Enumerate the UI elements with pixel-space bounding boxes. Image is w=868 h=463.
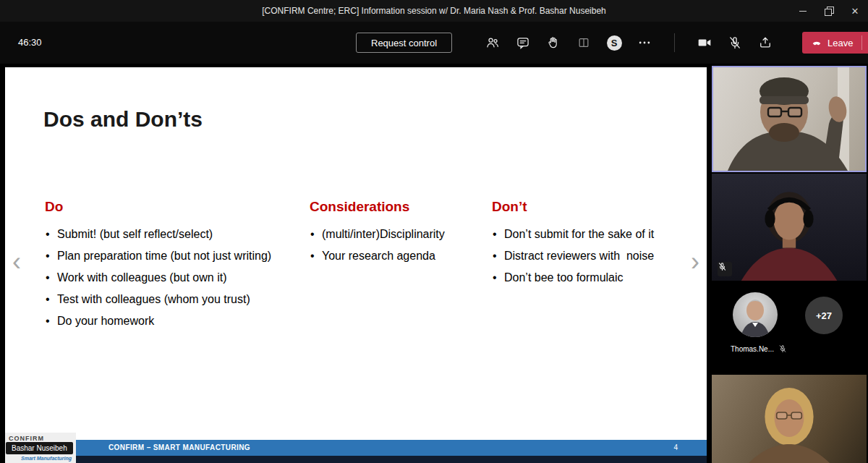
leave-label: Leave [827,38,853,48]
skype-app-icon: S [607,35,622,51]
video-tile-1[interactable] [712,66,867,172]
toolbar-icons: S [485,22,868,64]
column-considerations: Considerations (multi/inter)Disciplinari… [310,199,492,332]
participant-name-row: Thomas.Ne... [712,344,806,353]
camera-button[interactable] [697,35,712,51]
minimize-icon [799,11,807,12]
meeting-toolbar: 46:30 Request control [0,22,868,64]
chevron-right-icon: › [691,247,699,276]
bullet-list: Submit! (but self reflect/select)Plan pr… [45,224,310,332]
person-silhouette-headphones [712,174,867,281]
reactions-button[interactable] [545,35,561,51]
more-options-icon [637,35,652,50]
rooms-button[interactable] [576,35,592,51]
titlebar: [CONFIRM Centre; ERC] Information sessio… [0,0,868,22]
participants-sidebar: +27 Thomas.Ne... [710,65,868,463]
presenter-name-tag: Bashar Nuseibeh [6,442,73,454]
restore-icon [825,7,833,15]
mic-off-icon [728,35,742,50]
bullet-list: Don’t submit for the sake of itDistract … [492,224,685,289]
mic-off-icon [718,262,727,271]
bullet-item: Work with colleagues (but own it) [45,267,310,289]
column-heading: Don’t [492,199,685,215]
logo-title: CONFIRM [9,435,72,442]
raised-hand-icon [546,35,561,50]
close-icon: ✕ [851,6,859,17]
bullet-item: Submit! (but self reflect/select) [45,224,310,245]
overflow-count-badge[interactable]: +27 [805,297,843,334]
teams-meeting-window: [CONFIRM Centre; ERC] Information sessio… [0,0,868,463]
meeting-timer: 46:30 [18,22,42,64]
participants-icon [485,35,500,50]
bullet-item: (multi/inter)Disciplinarity [310,224,492,245]
video-tile-2[interactable] [712,174,867,281]
chat-button[interactable] [515,35,531,51]
slide-footer-bar: CONFIRM – SMART MANUFACTURING 4 [5,440,707,456]
logo-subtitle: Smart Manufacturing [21,456,72,461]
avatar-photo [733,292,778,337]
restore-button[interactable] [816,0,842,22]
prev-slide-button[interactable]: ‹ [9,248,24,277]
request-control-label: Request control [371,38,437,48]
mic-muted-badge [718,262,732,276]
share-button[interactable] [757,35,773,51]
participant-avatar[interactable] [733,292,778,337]
avatar-tile: +27 Thomas.Ne... [712,282,867,373]
column-do: Do Submit! (but self reflect/select)Plan… [45,199,310,332]
leave-main[interactable]: Leave [802,32,861,54]
participant-name: Thomas.Ne... [731,345,774,353]
footer-text: CONFIRM – SMART MANUFACTURING [109,440,250,456]
close-button[interactable]: ✕ [842,0,868,22]
participants-button[interactable] [485,35,501,51]
share-icon [758,35,773,50]
bullet-list: (multi/inter)DisciplinarityYour research… [310,224,492,267]
window-controls: ✕ [790,0,868,22]
bullet-item: Plan preparation time (but not just writ… [45,245,310,267]
slide-title: Dos and Don’ts [43,107,203,132]
slide-columns: Do Submit! (but self reflect/select)Plan… [45,199,685,332]
toolbar-divider [674,33,675,52]
bullet-item: Distract reviewers with noise [492,245,685,267]
skype-app-button[interactable]: S [606,35,622,51]
bullet-item: Do your homework [45,310,310,332]
person-silhouette-blonde [712,375,867,463]
window-title: [CONFIRM Centre; ERC] Information sessio… [0,0,868,22]
footer-dark-strip [5,456,707,463]
bullet-item: Don’t bee too formulaic [492,267,685,289]
column-heading: Considerations [310,199,492,215]
chevron-left-icon: ‹ [12,247,21,276]
shared-slide: Dos and Don’ts Do Submit! (but self refl… [5,67,707,463]
person-silhouette-beanie [713,67,865,171]
camera-icon [697,35,712,50]
request-control-button[interactable]: Request control [356,33,452,53]
bullet-item: Don’t submit for the sake of it [492,224,685,245]
column-heading: Do [45,199,310,215]
leave-menu-button[interactable] [862,32,868,54]
bullet-item: Test with colleagues (whom you trust) [45,289,310,310]
chat-icon [516,35,530,50]
column-dont: Don’t Don’t submit for the sake of itDis… [492,199,685,332]
video-tile-3[interactable] [712,375,867,463]
mic-button[interactable] [727,35,743,51]
bullet-item: Your research agenda [310,245,492,267]
next-slide-button[interactable]: › [688,248,702,277]
more-options-button[interactable] [637,35,652,51]
breakout-rooms-icon [576,35,591,50]
page-number: 4 [673,440,678,456]
leave-button[interactable]: Leave [802,32,868,54]
mic-off-icon [778,344,787,353]
minimize-button[interactable] [790,0,816,22]
hang-up-icon [811,37,822,48]
